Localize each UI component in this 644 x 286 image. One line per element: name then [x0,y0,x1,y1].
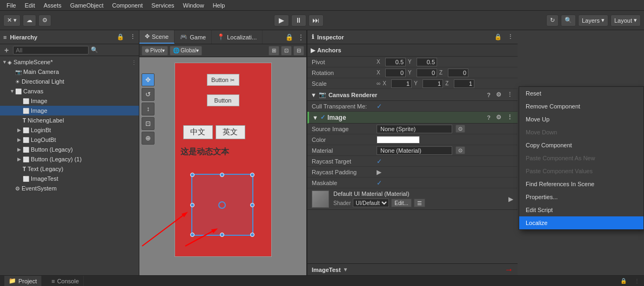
rot-y-input[interactable] [417,69,437,77]
handle-tl[interactable] [190,173,194,177]
scale-tool[interactable]: ↕ [142,103,155,115]
hierarchy-item-canvas[interactable]: ▼ ⬜ Canvas [0,86,139,96]
context-menu-properties[interactable]: Properties... [519,190,643,203]
handle-br[interactable] [250,233,254,237]
hierarchy-item-buttonlegacy[interactable]: ▶ ⬜ Button (Legacy) [0,145,139,154]
menu-services[interactable]: Services [147,0,178,10]
scene-button-2[interactable]: Button [207,94,239,106]
menu-help[interactable]: Help [209,0,230,10]
scale-x-input[interactable] [391,79,412,88]
rotate-tool[interactable]: ↺ [142,88,155,101]
collab-button[interactable]: ⚙ [38,15,51,26]
hierarchy-item-imagetest[interactable]: ▶ ⬜ ImageTest [0,174,139,183]
cull-checkbox[interactable]: ✓ [377,103,382,110]
context-menu-moveup[interactable]: Move Up [519,113,643,126]
image-comp-settings[interactable]: ⚙ [494,114,503,121]
rect-tool[interactable]: ⊡ [142,117,155,130]
tab-scene[interactable]: ✥ Scene [139,30,175,44]
scene-menu-icon[interactable]: ⋮ [296,33,306,41]
inspector-menu-icon[interactable]: ⋮ [507,33,513,40]
color-swatch[interactable] [377,136,420,144]
hierarchy-item-image2[interactable]: ▶ ⬜ Image [0,106,139,115]
pivot-y-input[interactable] [417,58,437,66]
source-image-select[interactable]: ⊙ [455,125,465,133]
canvas-renderer-menu[interactable]: ⋮ [505,91,514,98]
pause-button[interactable]: ⏸ [291,15,306,26]
hierarchy-search-input[interactable] [13,46,89,55]
hierarchy-menu-icon[interactable]: ⋮ [130,33,136,40]
undo-button[interactable]: ✕ ▾ [3,15,21,26]
edit-button[interactable]: Edit... [391,199,412,207]
context-menu-remove[interactable]: Remove Component [519,100,643,113]
material-select[interactable]: ⊙ [455,146,465,154]
hand-tool[interactable]: ✥ [142,73,155,86]
gizmos-button[interactable]: ⊡ [281,46,292,56]
context-menu-localize[interactable]: Localize [519,216,643,229]
scene-button-1[interactable]: Button ✂ [207,74,239,86]
hierarchy-item-textlegacy[interactable]: ▶ T Text (Legacy) [0,164,139,174]
menu-component[interactable]: Component [108,0,147,10]
canvas-renderer-help[interactable]: ? [485,92,492,98]
scene-view[interactable]: ✥ ↺ ↕ ⊡ ⊕ Button ✂ Button 这是动态文本 [139,57,306,275]
inspector-lock-icon[interactable]: 🔒 [494,33,502,40]
maskable-checkbox[interactable]: ✓ [377,179,382,187]
hierarchy-item-logoutbt[interactable]: ▶ ⬜ LogOutBt [0,135,139,145]
handle-tc[interactable] [220,173,224,177]
handle-bc[interactable] [220,233,224,237]
item-menu-icon[interactable]: ⋮ [131,59,137,65]
status-console-tab[interactable]: ≡ Console [47,276,84,286]
step-button[interactable]: ⏭ [308,15,324,26]
transform-tool[interactable]: ⊕ [142,132,155,145]
material-menu-button[interactable]: ☰ [414,199,425,207]
handle-tr[interactable] [250,173,254,177]
hierarchy-add-button[interactable]: + [2,45,11,55]
shader-select[interactable]: UI/Default [353,199,389,207]
hierarchy-item-maincamera[interactable]: ▶ 📷 Main Camera [0,67,139,77]
menu-file[interactable]: File [2,0,21,10]
layers-dropdown[interactable]: Layers ▾ [578,15,608,26]
status-menu-icon[interactable]: ⋮ [634,278,640,284]
image-comp-help[interactable]: ? [485,114,492,121]
raycast-padding-arrow[interactable]: ▶ [377,168,381,176]
hierarchy-item-nichenglabel[interactable]: ▶ T NichengLabel [0,115,139,125]
render-button[interactable]: ⊟ [293,46,304,56]
hierarchy-item-samplescene[interactable]: ▼ ◈ SampleScene* ⋮ [0,57,139,67]
status-project-tab[interactable]: 📁 Project [4,276,42,286]
tab-localization[interactable]: 📍 Localizati... [212,30,263,44]
play-button[interactable]: ▶ [274,15,289,26]
image-comp-toggle[interactable]: ✓ [320,114,325,121]
center-handle[interactable] [218,201,226,209]
menu-window[interactable]: Window [179,0,209,10]
hierarchy-item-image1[interactable]: ▶ ⬜ Image [0,96,139,106]
menu-edit[interactable]: Edit [21,0,39,10]
hierarchy-item-dirlight[interactable]: ▶ ☀ Directional Light [0,77,139,86]
hierarchy-item-buttonlegacy1[interactable]: ▶ ⬜ Button (Legacy) (1) [0,154,139,164]
context-menu-reset[interactable]: Reset [519,87,643,100]
context-menu-edit-script[interactable]: Edit Script [519,203,643,216]
search-button[interactable]: 🔍 [561,15,576,26]
handle-mr[interactable] [250,203,254,207]
selected-image-object[interactable] [191,174,253,236]
pivot-button[interactable]: ⊕ Pivot ▾ [142,46,168,56]
grid-button[interactable]: ⊞ [269,46,279,56]
material-expand-icon[interactable]: ▶ [508,195,513,203]
rot-z-input[interactable] [448,69,468,77]
image-comp-menu[interactable]: ⋮ [505,114,514,121]
global-button[interactable]: 🌐 Global ▾ [170,46,202,56]
menu-assets[interactable]: Assets [39,0,66,10]
raycast-checkbox[interactable]: ✓ [377,158,382,165]
collab-sync-button[interactable]: ↻ [546,15,559,26]
hierarchy-item-loginbt[interactable]: ▶ ⬜ LoginBt [0,125,139,135]
pivot-x-input[interactable] [385,58,406,66]
handle-bl[interactable] [190,233,194,237]
context-menu-copy[interactable]: Copy Component [519,139,643,152]
handle-ml[interactable] [190,203,194,207]
chinese-button[interactable]: 中文 [183,125,213,139]
menu-gameobject[interactable]: GameObject [66,0,108,10]
rot-x-input[interactable] [385,69,406,77]
anchors-header[interactable]: ▶ Anchors [307,44,518,56]
scale-y-input[interactable] [422,79,443,88]
hierarchy-item-eventsystem[interactable]: ▶ ⚙ EventSystem [0,183,139,193]
layout-dropdown[interactable]: Layout ▾ [611,15,641,26]
scale-z-input[interactable] [454,79,474,88]
